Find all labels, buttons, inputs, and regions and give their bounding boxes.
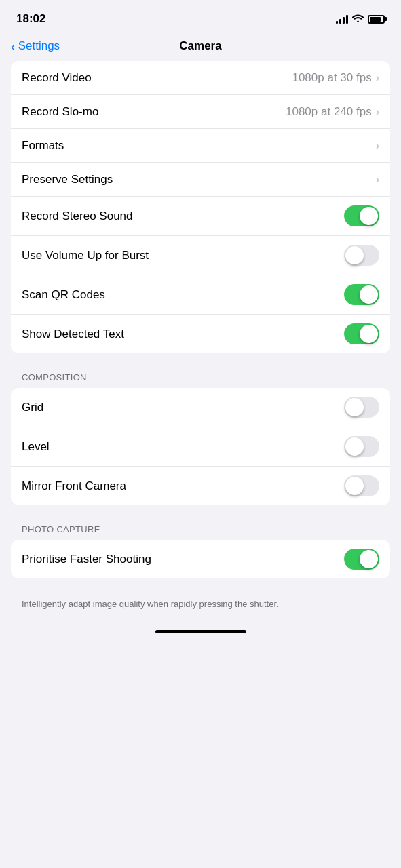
chevron-right-icon: ›	[376, 140, 379, 152]
record-stereo-sound-label: Record Stereo Sound	[22, 210, 133, 223]
prioritise-faster-shooting-label: Prioritise Faster Shooting	[22, 553, 151, 566]
record-video-row[interactable]: Record Video 1080p at 30 fps ›	[11, 61, 390, 95]
chevron-right-icon: ›	[376, 174, 379, 186]
photo-capture-card: Prioritise Faster Shooting	[11, 540, 390, 578]
level-row: Level	[11, 427, 390, 467]
grid-row: Grid	[11, 388, 390, 427]
use-volume-up-label: Use Volume Up for Burst	[22, 249, 149, 262]
signal-icon	[336, 14, 348, 24]
show-detected-text-row: Show Detected Text	[11, 315, 390, 353]
show-detected-text-toggle[interactable]	[344, 323, 379, 344]
battery-icon	[368, 15, 385, 24]
scan-qr-codes-toggle[interactable]	[344, 284, 379, 305]
scan-qr-codes-label: Scan QR Codes	[22, 288, 105, 302]
status-time: 18:02	[16, 12, 45, 26]
record-stereo-sound-row: Record Stereo Sound	[11, 197, 390, 236]
main-settings-card: Record Video 1080p at 30 fps › Record Sl…	[11, 61, 390, 353]
back-label: Settings	[18, 39, 60, 53]
nav-header: ‹ Settings Camera	[0, 34, 401, 61]
mirror-front-camera-toggle[interactable]	[344, 475, 379, 496]
toggle-thumb	[345, 477, 364, 495]
toggle-thumb	[360, 285, 378, 304]
toggle-thumb	[345, 437, 364, 456]
preserve-settings-label: Preserve Settings	[22, 173, 113, 186]
mirror-front-camera-label: Mirror Front Camera	[22, 479, 126, 493]
prioritise-faster-shooting-toggle[interactable]	[344, 549, 379, 570]
toggle-thumb	[345, 246, 364, 264]
back-chevron-icon: ‹	[11, 39, 16, 53]
toggle-thumb	[345, 398, 364, 416]
wifi-icon	[352, 14, 364, 24]
record-slomo-label: Record Slo-mo	[22, 105, 98, 119]
level-toggle[interactable]	[344, 436, 379, 457]
status-icons	[336, 14, 385, 24]
photo-capture-section-header: PHOTO CAPTURE	[0, 519, 401, 540]
record-video-label: Record Video	[22, 71, 92, 85]
record-slomo-value: 1080p at 240 fps	[286, 105, 372, 119]
mirror-front-camera-row: Mirror Front Camera	[11, 467, 390, 505]
toggle-thumb	[360, 207, 378, 225]
prioritise-faster-shooting-row: Prioritise Faster Shooting	[11, 540, 390, 578]
record-slomo-row[interactable]: Record Slo-mo 1080p at 240 fps ›	[11, 95, 390, 129]
composition-section-header: COMPOSITION	[0, 367, 401, 388]
chevron-right-icon: ›	[376, 72, 379, 84]
composition-card: Grid Level Mirror Front Camera	[11, 388, 390, 505]
use-volume-up-toggle[interactable]	[344, 245, 379, 266]
page-title: Camera	[179, 39, 221, 53]
use-volume-up-row: Use Volume Up for Burst	[11, 236, 390, 275]
grid-label: Grid	[22, 401, 43, 414]
record-video-value: 1080p at 30 fps	[292, 71, 371, 85]
scan-qr-codes-row: Scan QR Codes	[11, 275, 390, 315]
preserve-settings-row[interactable]: Preserve Settings ›	[11, 163, 390, 197]
toggle-thumb	[360, 550, 378, 568]
toggle-thumb	[360, 325, 378, 343]
chevron-right-icon: ›	[376, 106, 379, 118]
home-indicator	[155, 630, 246, 633]
show-detected-text-label: Show Detected Text	[22, 328, 124, 341]
formats-label: Formats	[22, 139, 64, 153]
grid-toggle[interactable]	[344, 397, 379, 418]
back-button[interactable]: ‹ Settings	[11, 39, 60, 53]
level-label: Level	[22, 440, 50, 454]
photo-capture-description: Intelligently adapt image quality when r…	[0, 592, 401, 622]
status-bar: 18:02	[0, 0, 401, 34]
record-stereo-sound-toggle[interactable]	[344, 205, 379, 226]
formats-row[interactable]: Formats ›	[11, 129, 390, 163]
